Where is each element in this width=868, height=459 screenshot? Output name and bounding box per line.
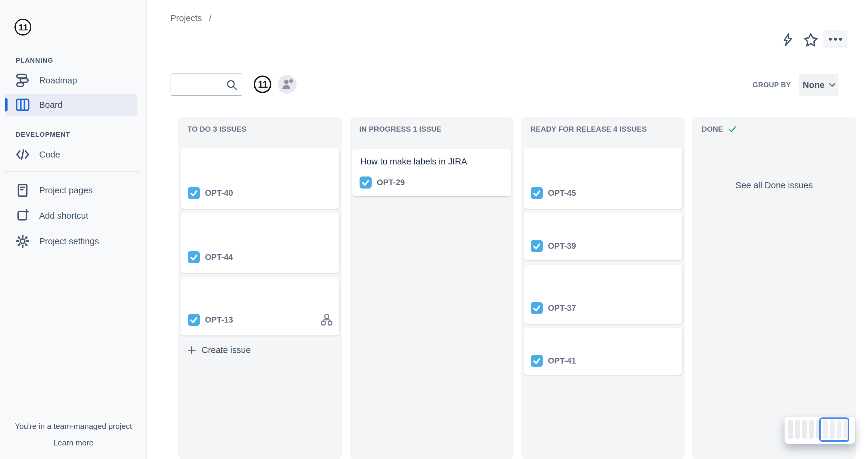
pages-icon xyxy=(16,184,30,197)
task-type-icon xyxy=(531,187,543,199)
plus-icon xyxy=(187,346,196,355)
issue-key: OPT-39 xyxy=(548,241,576,251)
roadmap-icon xyxy=(16,73,30,87)
column-title: IN PROGRESS 1 ISSUE xyxy=(359,125,441,133)
group-by-label: GROUP BY xyxy=(752,81,791,89)
sidebar-item-label: Code xyxy=(39,150,60,160)
breadcrumb-projects[interactable]: Projects xyxy=(170,13,202,23)
sidebar-item-project-pages[interactable]: Project pages xyxy=(5,181,137,200)
sidebar-item-label: Project settings xyxy=(39,236,99,247)
task-type-icon xyxy=(188,251,200,263)
minimap-bar xyxy=(788,420,793,439)
minimap-bar xyxy=(795,420,800,439)
task-type-icon xyxy=(531,355,543,367)
create-issue-button[interactable]: Create issue xyxy=(181,341,339,359)
gear-icon xyxy=(16,235,30,248)
lightning-icon xyxy=(781,33,795,47)
project-avatar[interactable]: 11 xyxy=(253,75,272,94)
issue-key: OPT-40 xyxy=(205,189,233,198)
sidebar-item-board[interactable]: Board xyxy=(5,94,137,116)
more-actions-button[interactable] xyxy=(824,30,847,48)
ellipsis-icon xyxy=(829,37,842,41)
group-by-dropdown[interactable]: None xyxy=(799,74,838,96)
board-icon xyxy=(16,98,30,111)
sidebar-item-label: Board xyxy=(39,100,62,110)
learn-more-link[interactable]: Learn more xyxy=(0,438,147,448)
issue-card-opt-29[interactable]: How to make labels in JIRA OPT-29 xyxy=(352,149,511,196)
task-type-icon xyxy=(531,302,543,314)
issue-key: OPT-37 xyxy=(548,304,576,313)
sidebar-item-label: Add shortcut xyxy=(39,211,88,221)
board-search-input[interactable] xyxy=(171,74,219,95)
board-minimap xyxy=(784,417,855,444)
task-type-icon xyxy=(188,187,200,199)
issue-card-opt-45[interactable]: OPT-45 xyxy=(524,149,682,209)
issue-key: OPT-44 xyxy=(205,253,233,262)
column-header: TO DO 3 ISSUES xyxy=(187,124,247,135)
issue-card-opt-37[interactable]: OPT-37 xyxy=(524,265,682,324)
sidebar-item-label: Roadmap xyxy=(39,75,77,86)
column-title: READY FOR RELEASE 4 ISSUES xyxy=(530,125,647,133)
issue-card-opt-40[interactable]: OPT-40 xyxy=(181,149,339,209)
subtasks-icon xyxy=(321,314,333,326)
sidebar-item-label: Project pages xyxy=(39,186,93,195)
chevron-down-icon xyxy=(829,83,835,87)
minimap-bar xyxy=(802,420,807,439)
issue-title: How to make labels in JIRA xyxy=(360,157,467,167)
sidebar-section-development: DEVELOPMENT xyxy=(16,131,70,138)
svg-text:11: 11 xyxy=(19,22,28,32)
star-icon xyxy=(804,33,818,47)
add-people-button[interactable] xyxy=(278,75,297,94)
board-column-done: DONE See all Done issues xyxy=(692,117,856,459)
issue-key: OPT-29 xyxy=(377,178,405,187)
add-shortcut-icon xyxy=(16,209,30,222)
code-icon xyxy=(16,149,30,160)
active-indicator-bar xyxy=(5,98,7,111)
create-issue-label: Create issue xyxy=(202,345,251,355)
favorite-star-button[interactable] xyxy=(802,31,819,48)
group-by-value: None xyxy=(803,80,825,90)
automation-button[interactable] xyxy=(779,31,796,48)
minimap-viewport-handle[interactable] xyxy=(819,418,849,442)
issue-key: OPT-41 xyxy=(548,356,576,366)
column-title: TO DO 3 ISSUES xyxy=(187,125,247,133)
search-icon xyxy=(226,79,238,92)
breadcrumb: Projects / xyxy=(170,13,212,23)
project-avatar-icon: 11 xyxy=(253,75,272,94)
task-type-icon xyxy=(188,314,200,326)
see-all-done-link[interactable]: See all Done issues xyxy=(692,181,856,190)
board-search xyxy=(170,73,242,96)
project-logo-icon: 11 xyxy=(14,18,32,36)
sidebar-item-project-settings[interactable]: Project settings xyxy=(5,232,137,251)
column-title: DONE xyxy=(702,125,723,133)
column-header: READY FOR RELEASE 4 ISSUES xyxy=(530,124,647,135)
column-header: IN PROGRESS 1 ISSUE xyxy=(359,124,441,135)
breadcrumb-separator: / xyxy=(209,13,212,23)
sidebar-divider xyxy=(4,171,141,172)
task-type-icon xyxy=(360,176,372,189)
issue-card-opt-39[interactable]: OPT-39 xyxy=(524,213,682,260)
issue-key: OPT-45 xyxy=(548,189,576,198)
add-person-icon xyxy=(281,78,293,90)
issue-card-opt-13[interactable]: OPT-13 xyxy=(181,277,339,335)
column-header: DONE xyxy=(702,124,736,135)
issue-key: OPT-13 xyxy=(205,315,233,325)
project-logo[interactable]: 11 xyxy=(14,18,32,36)
issue-card-opt-41[interactable]: OPT-41 xyxy=(524,328,682,375)
done-check-icon xyxy=(728,126,736,133)
svg-text:11: 11 xyxy=(258,79,268,90)
board-column-ready-for-release: READY FOR RELEASE 4 ISSUES OPT-45 OPT-39 xyxy=(521,117,685,459)
sidebar-item-add-shortcut[interactable]: Add shortcut xyxy=(5,206,137,225)
board-column-todo: TO DO 3 ISSUES OPT-40 OPT-44 OPT-13 xyxy=(178,117,342,459)
task-type-icon xyxy=(531,240,543,252)
sidebar-item-code[interactable]: Code xyxy=(5,145,137,164)
minimap-bar xyxy=(809,420,814,439)
team-managed-note: You're in a team-managed project xyxy=(0,422,147,431)
issue-card-opt-44[interactable]: OPT-44 xyxy=(181,213,339,273)
project-sidebar: 11 PLANNING Roadmap Board DEVELOPMENT xyxy=(0,0,147,459)
board-column-in-progress: IN PROGRESS 1 ISSUE How to make labels i… xyxy=(350,117,514,459)
sidebar-item-roadmap[interactable]: Roadmap xyxy=(5,71,137,90)
sidebar-section-planning: PLANNING xyxy=(16,57,53,64)
